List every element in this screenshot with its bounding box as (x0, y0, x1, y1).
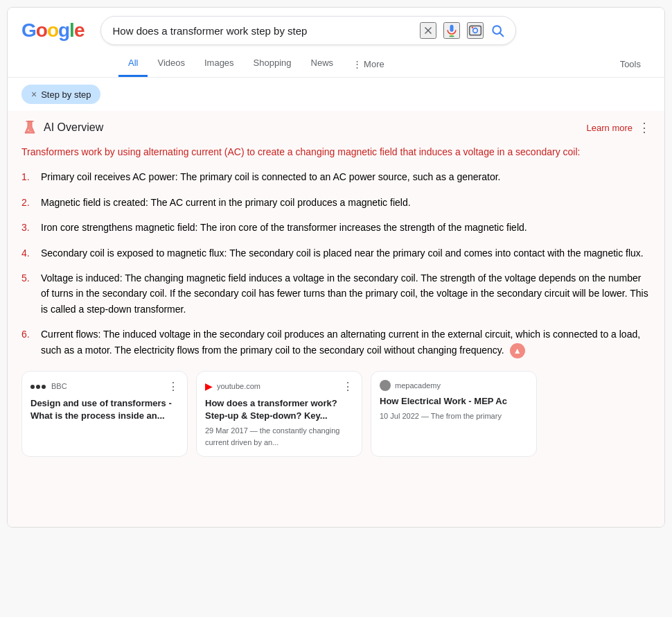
card-title: How does a transformer work? Step-up & S… (205, 397, 353, 422)
list-item-desc: The induced voltage in the secondary coi… (41, 329, 640, 355)
svg-point-11 (30, 131, 31, 132)
source-name: youtube.com (217, 382, 260, 390)
source-favicon-bbc: BBC (30, 382, 67, 390)
page-container: Google (7, 7, 665, 528)
list-item-label: Voltage is induced: (41, 272, 125, 284)
ai-overview-label: AI Overview (44, 121, 103, 134)
ai-overview-title: AI Overview (21, 119, 103, 136)
step-by-step-chip[interactable]: × Step by step (21, 85, 100, 104)
tab-tools[interactable]: Tools (610, 52, 651, 76)
source-favicon-mep: mepacademy (380, 380, 441, 391)
source-card-youtube[interactable]: ▶ youtube.com ⋮ How does a transformer w… (196, 371, 362, 457)
youtube-icon: ▶ (205, 381, 213, 392)
list-item-desc: The AC current in the primary coil produ… (151, 197, 411, 208)
nav-tabs: All Videos Images Shopping News ⋮ More T… (8, 51, 664, 78)
bbc-dots-icon (30, 382, 47, 390)
list-item: Magnetic field is created: The AC curren… (21, 195, 651, 210)
source-card-header: mepacademy (380, 380, 528, 391)
clear-button[interactable] (420, 22, 436, 39)
svg-rect-2 (450, 25, 454, 32)
source-card-header: BBC ⋮ (30, 380, 179, 393)
tab-videos[interactable]: Videos (148, 51, 195, 77)
ai-options-icon[interactable]: ⋮ (638, 120, 651, 135)
card-meta: 10 Jul 2022 — The from the primary (380, 410, 528, 422)
list-item: Voltage is induced: The changing magneti… (21, 270, 651, 317)
list-item: Secondary coil is exposed to magnetic fl… (21, 245, 651, 261)
card-meta: 29 Mar 2017 — the constantly changing cu… (205, 425, 353, 448)
google-logo[interactable]: Google (21, 19, 84, 42)
search-icon-group (420, 22, 504, 39)
list-item-label: Iron core strengthens magnetic field: (41, 222, 200, 233)
voice-search-button[interactable] (443, 22, 460, 39)
source-favicon-youtube: ▶ youtube.com (205, 381, 260, 392)
list-item-content: Magnetic field is created: The AC curren… (41, 195, 411, 210)
tab-all[interactable]: All (118, 51, 148, 77)
ai-flask-icon (21, 119, 38, 136)
list-item-label: Secondary coil is exposed to magnetic fl… (41, 247, 229, 259)
source-card-bbc[interactable]: BBC ⋮ Design and use of transformers - W… (21, 371, 188, 457)
more-dots-icon: ⋮ (353, 59, 362, 69)
card-options-icon[interactable]: ⋮ (342, 380, 353, 393)
list-item-desc: The primary coil is connected to an AC p… (180, 171, 500, 182)
source-card-header: ▶ youtube.com ⋮ (205, 380, 353, 393)
list-item-desc: The iron core of the transformer increas… (200, 222, 527, 233)
search-input[interactable] (112, 25, 414, 37)
ai-overview-header: AI Overview Learn more ⋮ (21, 119, 651, 136)
tab-more[interactable]: ⋮ More (343, 52, 394, 76)
card-options-icon[interactable]: ⋮ (168, 380, 179, 393)
list-item-label: Current flows: (41, 329, 103, 340)
list-item-desc: The secondary coil is placed near the pr… (229, 247, 644, 259)
svg-point-6 (473, 28, 478, 33)
svg-point-10 (28, 130, 29, 131)
source-card-mep[interactable]: mepacademy How Electrical Work - MEP Ac … (371, 371, 537, 457)
card-title: How Electrical Work - MEP Ac (380, 395, 528, 408)
list-item-label: Primary coil receives AC power: (41, 171, 180, 182)
learn-more-button[interactable]: Learn more (587, 123, 633, 133)
source-name: mepacademy (395, 381, 441, 390)
list-item-content: Iron core strengthens magnetic field: Th… (41, 220, 527, 235)
list-item-label: Magnetic field is created: (41, 197, 151, 208)
list-item-content: Current flows: The induced voltage in th… (41, 327, 651, 358)
list-item-content: Voltage is induced: The changing magneti… (41, 270, 651, 317)
search-submit-button[interactable] (490, 24, 504, 37)
svg-line-9 (500, 33, 504, 37)
chip-label: Step by step (41, 89, 91, 100)
svg-rect-5 (470, 26, 481, 35)
ai-list: Primary coil receives AC power: The prim… (21, 169, 651, 358)
search-bar (100, 16, 516, 45)
list-item-content: Primary coil receives AC power: The prim… (41, 169, 501, 184)
filter-row: × Step by step (8, 78, 664, 111)
list-item: Primary coil receives AC power: The prim… (21, 169, 651, 184)
ai-overview-actions: Learn more ⋮ (587, 120, 651, 135)
list-item-desc: The changing magnetic field induces a vo… (41, 272, 648, 315)
main-content: AI Overview Learn more ⋮ Transformers wo… (8, 111, 664, 527)
tab-shopping[interactable]: Shopping (244, 51, 301, 77)
header: Google (8, 8, 664, 51)
list-item: Current flows: The induced voltage in th… (21, 327, 651, 358)
lens-button[interactable] (467, 22, 484, 39)
ai-intro-text: Transformers work by using alternating c… (21, 144, 651, 159)
tab-images[interactable]: Images (195, 51, 244, 77)
tab-news[interactable]: News (301, 51, 344, 77)
collapse-button[interactable]: ▲ (510, 343, 525, 358)
list-item-content: Secondary coil is exposed to magnetic fl… (41, 245, 644, 261)
list-item: Iron core strengthens magnetic field: Th… (21, 220, 651, 235)
mep-avatar-icon (380, 380, 391, 391)
source-name: BBC (51, 382, 67, 390)
source-cards: BBC ⋮ Design and use of transformers - W… (21, 371, 651, 457)
card-title: Design and use of transformers - What is… (30, 397, 179, 422)
chip-close-icon: × (31, 89, 37, 100)
svg-point-7 (472, 27, 474, 29)
